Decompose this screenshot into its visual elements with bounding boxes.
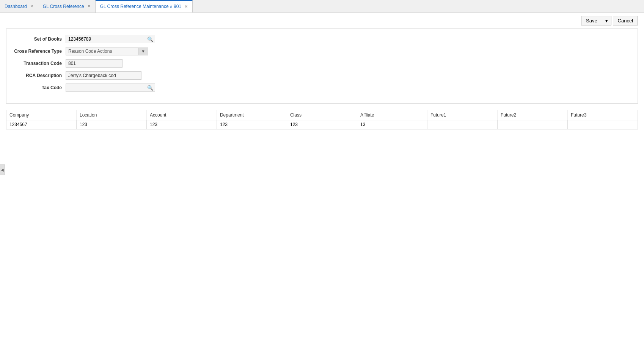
input-class[interactable] [287, 120, 357, 129]
rca-description-input[interactable] [66, 71, 141, 80]
tax-code-input-wrapper: 🔍 [66, 84, 155, 92]
cell-location [76, 120, 146, 129]
set-of-books-row: Set of Books 🔍 [13, 35, 631, 43]
input-future3[interactable] [568, 120, 638, 129]
col-account: Account [146, 110, 217, 120]
col-company: Company [6, 110, 76, 120]
input-affliate[interactable] [357, 120, 427, 129]
cross-reference-type-select[interactable]: Reason Code Actions [66, 47, 138, 55]
tax-code-row: Tax Code 🔍 [13, 84, 631, 92]
tax-code-label: Tax Code [13, 85, 66, 90]
cancel-button[interactable]: Cancel [613, 16, 638, 25]
set-of-books-input-wrapper: 🔍 [66, 35, 155, 43]
tab-gl-cross-reference[interactable]: GL Cross Reference ✕ [38, 0, 96, 13]
input-account[interactable] [147, 120, 217, 129]
transaction-code-row: Transaction Code [13, 59, 631, 68]
cell-future2 [497, 120, 567, 129]
save-button-group: Save ▼ [581, 16, 611, 25]
tab-gl-cross-reference-maintenance-label: GL Cross Reference Maintenance # 901 [100, 4, 181, 9]
cross-reference-type-wrapper: Reason Code Actions ▼ [66, 47, 148, 55]
tab-dashboard-close[interactable]: ✕ [30, 4, 33, 9]
tab-dashboard-label: Dashboard [5, 4, 27, 9]
col-affliate: Affliate [357, 110, 427, 120]
input-department[interactable] [217, 120, 287, 129]
cell-future1 [427, 120, 497, 129]
save-button[interactable]: Save [581, 16, 602, 25]
tab-gl-cross-reference-close[interactable]: ✕ [87, 4, 91, 9]
cell-account [146, 120, 217, 129]
data-table: Company Location Account Department Clas… [6, 110, 638, 129]
tab-bar: Dashboard ✕ GL Cross Reference ✕ GL Cros… [0, 0, 644, 13]
set-of-books-input[interactable] [66, 35, 146, 43]
set-of-books-search-icon[interactable]: 🔍 [146, 36, 155, 43]
transaction-code-input[interactable] [66, 59, 123, 68]
rca-description-row: RCA Description [13, 71, 631, 80]
tab-gl-cross-reference-maintenance-close[interactable]: ✕ [184, 4, 188, 9]
cross-reference-type-dropdown-arrow[interactable]: ▼ [138, 48, 148, 55]
main-content: ◀ Save ▼ Cancel Set of Books 🔍 Cross Ref… [0, 13, 644, 339]
col-location: Location [76, 110, 146, 120]
col-class: Class [287, 110, 357, 120]
save-dropdown-button[interactable]: ▼ [602, 16, 611, 25]
table-section: Company Location Account Department Clas… [6, 110, 638, 129]
input-future1[interactable] [427, 120, 497, 129]
cell-class [287, 120, 357, 129]
transaction-code-label: Transaction Code [13, 61, 66, 66]
cell-company [6, 120, 76, 129]
toolbar: Save ▼ Cancel [0, 13, 644, 28]
input-company[interactable] [6, 120, 76, 129]
tab-gl-cross-reference-maintenance[interactable]: GL Cross Reference Maintenance # 901 ✕ [96, 0, 193, 13]
set-of-books-label: Set of Books [13, 36, 66, 42]
cross-reference-type-row: Cross Reference Type Reason Code Actions… [13, 47, 631, 55]
input-future2[interactable] [498, 120, 567, 129]
table-header-row: Company Location Account Department Clas… [6, 110, 638, 120]
cell-affliate [357, 120, 427, 129]
cell-department [217, 120, 287, 129]
tax-code-input[interactable] [66, 84, 146, 91]
cell-future3 [567, 120, 638, 129]
rca-description-label: RCA Description [13, 73, 66, 78]
col-department: Department [217, 110, 287, 120]
col-future3: Future3 [567, 110, 638, 120]
tax-code-search-icon[interactable]: 🔍 [146, 84, 155, 91]
col-future2: Future2 [497, 110, 567, 120]
tab-gl-cross-reference-label: GL Cross Reference [43, 4, 84, 9]
cross-reference-type-label: Cross Reference Type [13, 49, 66, 54]
table-row [6, 120, 638, 129]
tab-dashboard[interactable]: Dashboard ✕ [0, 0, 38, 13]
left-collapse-handle[interactable]: ◀ [0, 164, 5, 175]
col-future1: Future1 [427, 110, 497, 120]
form-section: Set of Books 🔍 Cross Reference Type Reas… [6, 28, 638, 104]
input-location[interactable] [77, 120, 146, 129]
